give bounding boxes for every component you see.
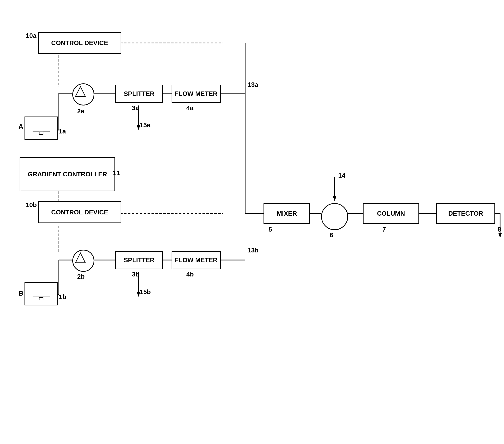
- column: COLUMN: [363, 203, 419, 224]
- ref-8: 8: [498, 226, 501, 233]
- ref-3b: 3b: [132, 270, 139, 278]
- svg-rect-38: [39, 132, 43, 135]
- ref-15a: 15a: [140, 121, 150, 129]
- ref-4a: 4a: [186, 104, 193, 112]
- svg-marker-36: [75, 87, 85, 97]
- control-device-b: CONTROL DEVICE: [38, 201, 121, 223]
- ref-4b: 4b: [186, 270, 194, 278]
- label-a: A: [18, 123, 23, 131]
- splitter-b: SPLITTER: [115, 251, 163, 269]
- splitter-a: SPLITTER: [115, 85, 163, 103]
- ref-3a: 3a: [132, 104, 139, 112]
- reservoir-a: [24, 116, 58, 140]
- pump-a: [72, 83, 94, 105]
- ref-5: 5: [269, 226, 272, 233]
- junction: [321, 203, 348, 230]
- ref-1a: 1a: [59, 128, 66, 135]
- ref-13b: 13b: [248, 247, 259, 254]
- svg-marker-35: [333, 196, 336, 201]
- pump-b: [72, 250, 94, 272]
- ref-11: 11: [113, 169, 120, 177]
- label-b: B: [18, 290, 23, 297]
- svg-rect-41: [39, 298, 43, 300]
- svg-marker-33: [498, 233, 502, 238]
- ref-1b: 1b: [59, 293, 66, 301]
- ref-2b: 2b: [77, 273, 85, 280]
- diagram: CONTROL DEVICE 10a 2a SPLITTER 3a FLOW M…: [0, 0, 504, 444]
- ref-14: 14: [338, 172, 345, 179]
- detector: DETECTOR: [436, 203, 495, 224]
- flow-meter-b: FLOW METER: [172, 251, 221, 269]
- ref-2a: 2a: [77, 107, 84, 115]
- mixer: MIXER: [264, 203, 310, 224]
- ref-6: 6: [330, 231, 333, 239]
- ref-7: 7: [382, 226, 386, 233]
- ref-10b: 10b: [26, 201, 37, 209]
- gradient-controller: GRADIENT CONTROLLER: [20, 157, 115, 191]
- control-device-a: CONTROL DEVICE: [38, 32, 121, 54]
- ref-15b: 15b: [140, 288, 151, 296]
- flow-meter-a: FLOW METER: [172, 85, 221, 103]
- ref-13a: 13a: [248, 81, 258, 89]
- svg-marker-39: [75, 253, 85, 263]
- ref-10a: 10a: [26, 32, 36, 39]
- reservoir-b: [24, 282, 58, 305]
